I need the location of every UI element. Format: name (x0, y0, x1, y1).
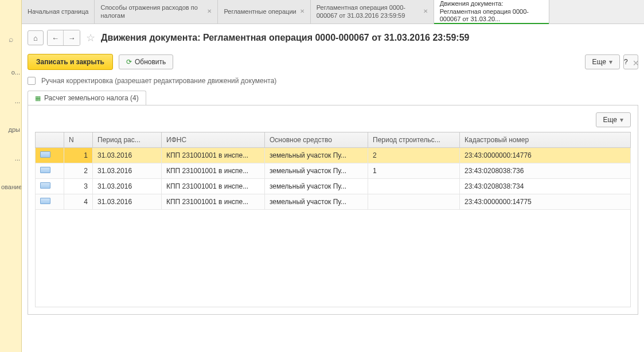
tab-operation-doc[interactable]: Регламентная операция 0000-000067 от 31.… (311, 0, 434, 24)
save-and-close-button[interactable]: Записать и закрыть (28, 54, 113, 70)
forward-button[interactable]: → (64, 30, 80, 45)
tab-label: Регламентная операция 0000-000067 от 31.… (317, 4, 420, 20)
table-more-button[interactable]: Еще (596, 112, 631, 127)
nav-history-group: ← → (47, 30, 80, 46)
cell-cad: 23:43:0208038:736 (460, 163, 631, 179)
table-row[interactable]: 231.03.2016КПП 231001001 в инспе...земел… (36, 163, 631, 179)
row-status-icon (40, 182, 50, 189)
cell-n: 3 (64, 179, 93, 194)
home-button[interactable]: ⌂ (28, 30, 44, 45)
cell-n: 4 (64, 194, 93, 210)
close-panel-icon[interactable]: ✕ (633, 58, 639, 68)
cell-n: 2 (64, 163, 93, 179)
cell-asset: земельный участок Пу... (265, 163, 368, 179)
tab-home[interactable]: Начальная страница (22, 0, 95, 24)
sub-tab-land-tax[interactable]: ▦ Расчет земельного налога (4) (28, 91, 146, 105)
sidebar-item[interactable]: ... (0, 95, 21, 107)
tab-operations[interactable]: Регламентные операции ✕ (218, 0, 310, 24)
close-icon[interactable]: ✕ (207, 8, 212, 15)
cell-period: 31.03.2016 (93, 163, 162, 179)
cell-cad: 23:43:0208038:734 (460, 179, 631, 194)
tab-document-movements[interactable]: Движения документа: Регламентная операци… (434, 0, 549, 24)
cell-period: 31.03.2016 (93, 194, 162, 210)
cell-build: 1 (368, 163, 460, 179)
tab-label: Начальная страница (28, 8, 88, 16)
cell-ifns: КПП 231001001 в инспе... (162, 194, 265, 210)
refresh-label: Обновить (135, 58, 166, 66)
cell-asset: земельный участок Пу... (265, 148, 368, 163)
col-header-ifns[interactable]: ИФНС (162, 132, 265, 148)
cell-period: 31.03.2016 (93, 179, 162, 194)
land-tax-table: N Период рас... ИФНС Основное средство П… (35, 132, 631, 210)
refresh-button[interactable]: ⟳ Обновить (119, 54, 173, 69)
col-header-n[interactable]: N (64, 132, 93, 148)
col-header-period[interactable]: Период рас... (93, 132, 162, 148)
left-navigation-rail: ⌕ о... ... дры ... ование (0, 0, 22, 352)
col-header-icon[interactable] (36, 132, 64, 148)
sub-tab-label: Расчет земельного налога (4) (44, 94, 139, 102)
col-header-asset[interactable]: Основное средство (265, 132, 368, 148)
grid-icon: ▦ (35, 95, 41, 102)
cell-ifns: КПП 231001001 в инспе... (162, 148, 265, 163)
cell-build: 2 (368, 148, 460, 163)
cell-asset: земельный участок Пу... (265, 179, 368, 194)
cell-cad: 23:43:0000000:14776 (460, 148, 631, 163)
col-header-cad[interactable]: Кадастровый номер (460, 132, 631, 148)
tab-expenses[interactable]: Способы отражения расходов по налогам ✕ (95, 0, 218, 24)
sidebar-item[interactable]: ование (0, 181, 21, 193)
cell-n: 1 (64, 148, 93, 163)
row-status-icon (40, 167, 50, 173)
manual-edit-label: Ручная корректировка (разрешает редактир… (41, 77, 276, 85)
search-icon[interactable]: ⌕ (0, 34, 21, 44)
page-title: Движения документа: Регламентная операци… (101, 33, 469, 43)
more-button[interactable]: Еще (585, 54, 620, 69)
sidebar-item[interactable]: ... (0, 152, 21, 164)
cell-build (368, 179, 460, 194)
sidebar-item[interactable]: дры (0, 124, 21, 135)
sidebar-item[interactable]: о... (0, 67, 21, 78)
table-empty-area (35, 210, 631, 307)
tab-label: Регламентные операции (224, 8, 296, 16)
table-row[interactable]: 431.03.2016КПП 231001001 в инспе...земел… (36, 194, 631, 210)
tab-label: Движения документа: Регламентная операци… (440, 0, 543, 24)
favorite-icon[interactable]: ☆ (86, 32, 95, 44)
table-row[interactable]: 331.03.2016КПП 231001001 в инспе...земел… (36, 179, 631, 194)
tab-bar: Начальная страница Способы отражения рас… (22, 0, 644, 24)
cell-build (368, 194, 460, 210)
row-status-icon (40, 151, 50, 158)
manual-edit-checkbox[interactable] (28, 77, 36, 85)
close-icon[interactable]: ✕ (423, 8, 428, 15)
table-row[interactable]: 131.03.2016КПП 231001001 в инспе...земел… (36, 148, 631, 163)
tab-label: Способы отражения расходов по налогам (100, 4, 204, 20)
back-button[interactable]: ← (48, 30, 64, 45)
cell-period: 31.03.2016 (93, 148, 162, 163)
close-icon[interactable]: ✕ (300, 8, 305, 15)
row-status-icon (40, 198, 50, 204)
cell-ifns: КПП 231001001 в инспе... (162, 179, 265, 194)
col-header-build[interactable]: Период строительс... (368, 132, 460, 148)
cell-asset: земельный участок Пу... (265, 194, 368, 210)
refresh-icon: ⟳ (126, 58, 132, 66)
cell-ifns: КПП 231001001 в инспе... (162, 163, 265, 179)
cell-cad: 23:43:0000000:14775 (460, 194, 631, 210)
